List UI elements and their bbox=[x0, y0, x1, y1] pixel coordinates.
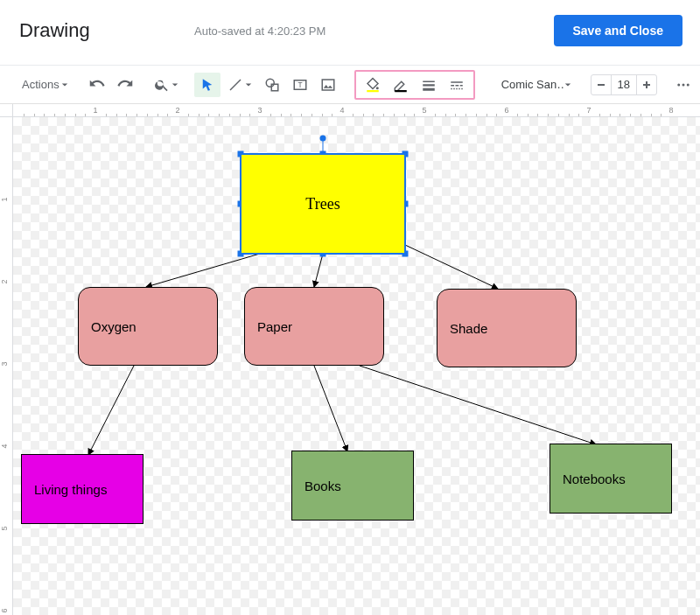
node-trees[interactable]: Trees bbox=[241, 154, 405, 254]
svg-rect-7 bbox=[395, 90, 407, 92]
drawing-canvas[interactable]: TreesOxygenPaperShadeLiving thingsBooksN… bbox=[13, 117, 700, 615]
ruler-vertical: 123456 bbox=[0, 117, 13, 615]
minus-icon bbox=[597, 80, 606, 90]
node-oxygen[interactable]: Oxygen bbox=[78, 287, 218, 366]
font-size-stepper[interactable] bbox=[591, 74, 657, 95]
textbox-icon: T bbox=[292, 77, 308, 93]
svg-point-5 bbox=[375, 87, 378, 89]
svg-rect-9 bbox=[423, 84, 435, 86]
svg-rect-12 bbox=[451, 85, 454, 87]
textbox-tool[interactable]: T bbox=[287, 73, 313, 97]
font-size-increase[interactable] bbox=[637, 75, 656, 94]
fill-color-button[interactable] bbox=[360, 73, 386, 97]
font-size-input[interactable] bbox=[611, 75, 637, 94]
svg-rect-1 bbox=[271, 84, 278, 91]
page-title: Drawing bbox=[19, 19, 194, 42]
select-tool[interactable] bbox=[194, 73, 220, 97]
shape-tool[interactable] bbox=[259, 73, 285, 97]
image-tool[interactable] bbox=[315, 73, 341, 97]
node-shade[interactable]: Shade bbox=[437, 289, 577, 367]
node-paper[interactable]: Paper bbox=[244, 287, 384, 366]
svg-rect-8 bbox=[423, 80, 435, 82]
redo-icon bbox=[117, 77, 133, 93]
svg-rect-18 bbox=[458, 87, 460, 89]
svg-rect-10 bbox=[423, 87, 435, 90]
ruler-tick: 4 bbox=[340, 106, 344, 115]
border-weight-icon bbox=[421, 77, 437, 93]
connector-arrow[interactable] bbox=[88, 366, 134, 455]
plus-icon bbox=[642, 80, 651, 90]
connector-arrow[interactable] bbox=[314, 254, 323, 287]
svg-rect-19 bbox=[461, 87, 463, 89]
chevron-down-icon bbox=[61, 81, 68, 88]
line-tool[interactable] bbox=[222, 73, 257, 97]
ruler-tick: 5 bbox=[422, 106, 426, 115]
ruler-tick: 6 bbox=[0, 608, 9, 612]
node-living[interactable]: Living things bbox=[21, 454, 144, 524]
ruler-tick: 2 bbox=[0, 279, 9, 283]
svg-point-23 bbox=[677, 83, 680, 86]
actions-menu[interactable]: Actions bbox=[17, 73, 74, 97]
font-name-label: Comic San… bbox=[501, 78, 564, 91]
connector-arrow[interactable] bbox=[146, 254, 260, 287]
highlighted-tool-group bbox=[354, 70, 475, 100]
connector-arrow[interactable] bbox=[360, 366, 596, 444]
ruler-tick: 8 bbox=[668, 106, 673, 115]
border-dash-button[interactable] bbox=[444, 73, 470, 97]
font-size-decrease[interactable] bbox=[592, 75, 611, 94]
redo-button[interactable] bbox=[112, 73, 138, 97]
border-weight-button[interactable] bbox=[416, 73, 442, 97]
font-family-select[interactable]: Comic San… bbox=[494, 73, 575, 96]
svg-point-25 bbox=[686, 83, 689, 86]
svg-rect-17 bbox=[456, 87, 458, 89]
svg-text:T: T bbox=[298, 81, 302, 89]
svg-rect-13 bbox=[455, 85, 458, 87]
workspace: 12345678 123456 TreesOxygenPaperShadeLiv… bbox=[0, 104, 700, 615]
undo-icon bbox=[89, 77, 105, 93]
node-books[interactable]: Books bbox=[291, 451, 414, 521]
connector-arrow[interactable] bbox=[314, 366, 347, 451]
ruler-tick: 5 bbox=[0, 526, 9, 530]
svg-point-24 bbox=[682, 83, 684, 86]
svg-rect-15 bbox=[451, 87, 452, 89]
toolbar: Actions T bbox=[0, 66, 700, 104]
more-horizontal-icon bbox=[676, 77, 691, 93]
border-dash-icon bbox=[449, 77, 465, 93]
ruler-corner bbox=[0, 104, 13, 117]
svg-rect-11 bbox=[451, 81, 463, 83]
rotation-handle[interactable] bbox=[320, 136, 326, 142]
node-notebooks[interactable]: Notebooks bbox=[550, 444, 672, 514]
svg-rect-22 bbox=[646, 81, 648, 88]
ruler-tick: 7 bbox=[586, 106, 591, 115]
save-and-close-button[interactable]: Save and Close bbox=[554, 15, 683, 46]
border-color-button[interactable] bbox=[388, 73, 414, 97]
border-color-icon bbox=[393, 77, 409, 93]
svg-point-0 bbox=[266, 79, 274, 87]
autosave-status: Auto-saved at 4:20:23 PM bbox=[194, 24, 326, 38]
fill-color-icon bbox=[365, 77, 381, 93]
svg-rect-4 bbox=[322, 80, 334, 90]
header: Drawing Auto-saved at 4:20:23 PM Save an… bbox=[0, 0, 700, 65]
undo-button[interactable] bbox=[84, 73, 110, 97]
ruler-tick: 4 bbox=[0, 444, 9, 448]
connector-arrow[interactable] bbox=[405, 245, 498, 289]
zoom-button[interactable] bbox=[149, 73, 184, 97]
shape-icon bbox=[264, 77, 280, 93]
svg-rect-16 bbox=[453, 87, 455, 89]
ruler-tick: 6 bbox=[504, 106, 508, 115]
ruler-tick: 1 bbox=[0, 197, 9, 201]
svg-rect-6 bbox=[367, 90, 379, 92]
image-icon bbox=[320, 77, 336, 93]
chevron-down-icon bbox=[172, 81, 178, 88]
more-options-button[interactable] bbox=[670, 73, 696, 97]
ruler-tick: 1 bbox=[93, 106, 97, 115]
svg-rect-20 bbox=[598, 84, 605, 86]
actions-label: Actions bbox=[22, 78, 60, 91]
chevron-down-icon bbox=[245, 81, 252, 88]
ruler-tick: 3 bbox=[0, 361, 9, 366]
line-icon bbox=[228, 77, 243, 93]
ruler-tick: 3 bbox=[257, 106, 262, 115]
cursor-icon bbox=[200, 77, 215, 93]
svg-rect-14 bbox=[459, 85, 462, 87]
zoom-icon bbox=[154, 77, 170, 93]
